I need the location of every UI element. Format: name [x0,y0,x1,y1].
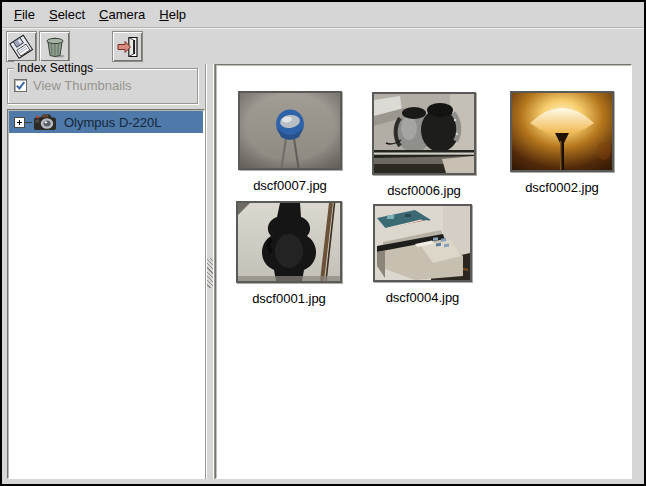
menu-file[interactable]: File [7,4,42,25]
thumbnail-item-dscf0001[interactable]: dscf0001.jpg [236,201,342,306]
thumbnail-filename: dscf0001.jpg [236,291,342,306]
thumbnail-panel: dscf0007.jpg [215,64,632,479]
gtkam-window: File Select Camera Help [0,0,646,486]
view-thumbnails-checkbox[interactable] [14,79,27,92]
exit-button[interactable] [112,31,143,62]
checkmark-icon [15,80,26,91]
thumbnail-filename: dscf0004.jpg [373,290,472,305]
tree-expander-icon[interactable] [14,117,25,128]
view-thumbnails-label: View Thumbnails [33,78,132,93]
floppy-disk-icon [9,34,35,60]
toolbar [2,30,644,64]
menu-select[interactable]: Select [42,4,92,25]
camera-icon [33,113,58,131]
thumbnail-filename: dscf0006.jpg [372,183,476,198]
tree-row-camera[interactable]: Olympus D-220L [9,111,203,133]
exit-door-icon [115,34,141,60]
thumbnail-image-dscf0002 [510,91,614,172]
pane-splitter[interactable] [205,64,215,479]
trash-icon [42,34,68,60]
thumbnail-image-dscf0007 [238,91,342,170]
tree-connector-line [25,122,32,123]
thumbnail-image-dscf0006 [372,92,476,175]
thumbnail-image-dscf0004 [373,204,472,282]
index-settings-frame: Index Settings View Thumbnails [7,68,198,104]
thumbnail-item-dscf0004[interactable]: dscf0004.jpg [373,204,472,305]
menubar: File Select Camera Help [2,2,644,28]
thumbnail-image-dscf0001 [236,201,342,283]
thumbnail-filename: dscf0007.jpg [238,178,342,193]
save-button[interactable] [6,31,37,62]
index-settings-label: Index Settings [14,61,96,75]
thumbnail-item-dscf0007[interactable]: dscf0007.jpg [238,91,342,193]
camera-tree: Olympus D-220L [7,109,205,479]
delete-button[interactable] [39,31,70,62]
thumbnail-filename: dscf0002.jpg [510,180,614,195]
thumbnail-item-dscf0002[interactable]: dscf0002.jpg [510,91,614,195]
view-thumbnails-checkbox-row[interactable]: View Thumbnails [14,78,132,93]
tree-camera-label: Olympus D-220L [64,115,162,130]
menu-camera[interactable]: Camera [92,4,152,25]
thumbnail-item-dscf0006[interactable]: dscf0006.jpg [372,92,476,198]
menu-help[interactable]: Help [152,4,193,25]
splitter-grip-icon [207,258,213,288]
